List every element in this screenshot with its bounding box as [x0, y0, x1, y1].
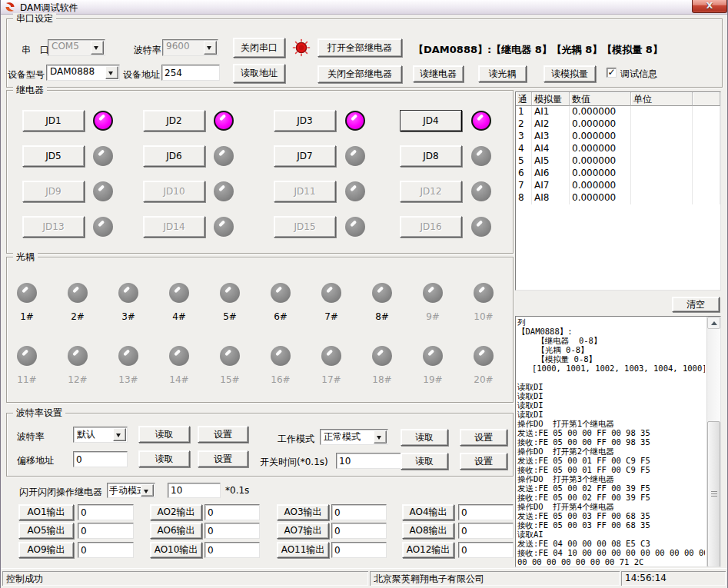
ao-output-button-6[interactable]: AO6输出 — [150, 523, 202, 539]
ao-output-input-11[interactable] — [331, 542, 387, 558]
scrollbar-thumb[interactable] — [707, 421, 720, 567]
open-all-relays-button[interactable]: 打开全部继电器 — [317, 38, 402, 57]
relay-button-jd3[interactable]: JD3 — [274, 110, 336, 131]
flash-time-input[interactable] — [168, 483, 221, 498]
relay-button-jd14[interactable]: JD14 — [143, 216, 205, 238]
close-port-button[interactable]: 关闭串口 — [233, 38, 285, 58]
ao-output-input-10[interactable] — [204, 542, 260, 558]
relay-button-jd12[interactable]: JD12 — [400, 181, 462, 202]
table-row[interactable]: 3AI30.000000 — [516, 131, 720, 143]
table-row[interactable]: 6AI60.000000 — [516, 168, 720, 180]
read-workmode-button[interactable]: 读取 — [401, 429, 448, 446]
ao-output-button-7[interactable]: AO7输出 — [277, 523, 329, 539]
relay-button-jd10[interactable]: JD10 — [143, 181, 205, 202]
port-open-indicator-icon — [292, 38, 311, 57]
ao-output-input-6[interactable] — [204, 523, 260, 539]
ao-output-input-9[interactable] — [78, 542, 134, 558]
ao-output-button-12[interactable]: AO12输出 — [402, 542, 454, 558]
relay-group-title: 继电器 — [13, 85, 47, 95]
table-row[interactable]: 1AI10.000000 — [516, 106, 720, 118]
baudrate-combobox-arrow-icon[interactable] — [204, 41, 217, 55]
table-cell — [693, 192, 720, 204]
read-analog-button[interactable]: 读模拟量 — [544, 65, 596, 82]
read-baudrate-button[interactable]: 读取 — [138, 426, 190, 443]
port-combobox-arrow-icon[interactable] — [91, 41, 104, 55]
analog-table-header-cell[interactable]: 数值 — [570, 92, 631, 106]
ao-output-input-3[interactable] — [331, 504, 387, 520]
table-row[interactable]: 8AI80.000000 — [516, 192, 720, 204]
read-address-button[interactable]: 读取地址 — [233, 64, 285, 83]
ao-output-input-7[interactable] — [331, 523, 387, 539]
log-scrollbar[interactable] — [706, 317, 720, 566]
ao-output-input-5[interactable] — [78, 523, 134, 539]
ao-output-input-4[interactable] — [458, 504, 514, 520]
table-row[interactable]: 7AI70.000000 — [516, 180, 720, 192]
device-model-combobox-arrow-icon[interactable] — [105, 66, 118, 79]
offset-address-input[interactable] — [73, 451, 128, 467]
analog-table-header-cell[interactable]: 模拟量 — [532, 92, 570, 106]
table-cell: 0.000000 — [570, 192, 631, 204]
table-row[interactable]: 4AI40.000000 — [516, 143, 720, 155]
relay-button-jd15[interactable]: JD15 — [274, 216, 336, 238]
relay-button-jd7[interactable]: JD7 — [274, 145, 336, 167]
relay-button-jd4[interactable]: JD4 — [400, 110, 462, 131]
workmode-combobox[interactable]: 正常模式 — [320, 429, 388, 445]
ao-output-button-5[interactable]: AO5输出 — [18, 523, 74, 539]
set-baudrate-button[interactable]: 设置 — [198, 426, 248, 443]
close-button[interactable]: X — [692, 0, 727, 13]
ao-output-input-8[interactable] — [458, 523, 514, 539]
relay-button-jd16[interactable]: JD16 — [400, 216, 462, 238]
ao-output-button-11[interactable]: AO11输出 — [277, 542, 329, 558]
ao-output-button-8[interactable]: AO8输出 — [402, 523, 454, 539]
workmode-combobox-arrow-icon[interactable] — [374, 430, 387, 443]
relay-button-jd6[interactable]: JD6 — [143, 145, 205, 167]
switch-time-input[interactable] — [336, 453, 404, 469]
relay-button-jd11[interactable]: JD11 — [274, 181, 336, 202]
flash-mode-combobox-arrow-icon[interactable] — [141, 484, 154, 497]
relay-button-jd2[interactable]: JD2 — [143, 110, 205, 131]
opto-led-12 — [68, 346, 88, 366]
scrollbar-up-arrow-icon[interactable] — [707, 317, 720, 329]
analog-table-header-cell[interactable]: 单位 — [631, 92, 693, 106]
baudrate-set-combobox[interactable]: 默认 — [73, 427, 128, 443]
read-offset-button[interactable]: 读取 — [138, 450, 190, 467]
table-row[interactable]: 5AI50.000000 — [516, 155, 720, 168]
relay-button-jd1[interactable]: JD1 — [22, 110, 85, 131]
set-workmode-button[interactable]: 设置 — [460, 429, 507, 446]
analog-table-header-cell[interactable] — [693, 92, 720, 106]
set-offset-button[interactable]: 设置 — [198, 450, 248, 467]
read-switch-time-button[interactable]: 读取 — [401, 453, 448, 470]
opto-label-12: 12# — [58, 374, 97, 385]
debug-info-checkbox[interactable]: ✓ — [607, 68, 617, 78]
flash-mode-combobox[interactable]: 手动模式 — [107, 483, 155, 498]
ao-output-input-1[interactable] — [78, 504, 134, 520]
relay-button-jd5[interactable]: JD5 — [22, 145, 85, 167]
baudrate-set-combobox-arrow-icon[interactable] — [113, 428, 126, 441]
ao-output-input-2[interactable] — [204, 504, 260, 520]
ao-output-input-12[interactable] — [458, 542, 514, 558]
set-switch-time-button[interactable]: 设置 — [460, 453, 507, 470]
clear-log-button[interactable]: 清空 — [672, 297, 720, 312]
ao-output-button-4[interactable]: AO4输出 — [402, 504, 454, 520]
ao-output-button-9[interactable]: AO9输出 — [18, 542, 74, 558]
read-relays-button[interactable]: 读继电器 — [413, 65, 464, 82]
analog-table-header-cell[interactable]: 通 — [516, 92, 532, 106]
relay-button-jd13[interactable]: JD13 — [22, 216, 85, 238]
device-model-combobox[interactable]: DAM0888 — [46, 65, 120, 81]
ao-output-button-3[interactable]: AO3输出 — [277, 504, 329, 520]
baudrate-combobox[interactable]: 9600 — [162, 39, 218, 56]
device-address-input[interactable] — [161, 65, 220, 81]
ao-output-button-2[interactable]: AO2输出 — [150, 504, 202, 520]
port-combobox[interactable]: COM5 — [48, 39, 105, 56]
ao-output-button-10[interactable]: AO10输出 — [150, 542, 202, 558]
device-info-text: 【DAM0888】:【继电器 8】【光耦 8】【模拟量 8】 — [414, 43, 663, 57]
relay-button-jd8[interactable]: JD8 — [400, 145, 462, 167]
close-all-relays-button[interactable]: 关闭全部继电器 — [317, 65, 402, 83]
relay-led-16 — [471, 217, 491, 237]
ao-output-button-1[interactable]: AO1输出 — [18, 504, 74, 520]
opto-led-10 — [474, 283, 494, 303]
opto-led-1 — [17, 283, 37, 303]
read-opto-button[interactable]: 读光耦 — [478, 65, 527, 82]
table-row[interactable]: 2AI20.000000 — [516, 118, 720, 131]
relay-button-jd9[interactable]: JD9 — [22, 181, 85, 202]
